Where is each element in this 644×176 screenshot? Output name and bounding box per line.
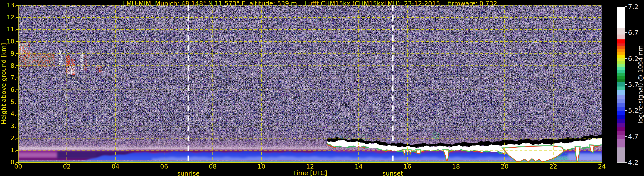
y-tick-label: 8. bbox=[0, 63, 16, 69]
y-tick-label: 4. bbox=[0, 111, 16, 117]
x-tick-mark bbox=[261, 162, 262, 164]
y-tick-mark bbox=[16, 138, 18, 139]
heatmap-canvas bbox=[18, 5, 602, 162]
colorbar-tick-label: 6.7 bbox=[628, 29, 644, 36]
y-tick-label: 5. bbox=[0, 99, 16, 105]
colorbar-gradient bbox=[617, 6, 625, 162]
x-tick-mark bbox=[456, 162, 456, 164]
y-tick-mark bbox=[16, 29, 18, 30]
y-tick-label: 11. bbox=[0, 26, 16, 33]
y-tick-mark bbox=[16, 41, 18, 42]
x-tick-mark bbox=[407, 162, 408, 164]
y-tick-mark bbox=[16, 65, 18, 66]
y-tick-mark bbox=[16, 114, 18, 114]
y-tick-mark bbox=[16, 53, 18, 54]
ceilometer-quicklook-figure: LMU-MIM, Munich; 48.148° N 11.573° E, al… bbox=[0, 0, 644, 176]
y-tick-label: 2. bbox=[0, 135, 16, 142]
y-tick-label: 3. bbox=[0, 123, 16, 129]
y-tick-mark bbox=[16, 78, 18, 78]
y-tick-label: 1. bbox=[0, 147, 16, 153]
colorbar-tick-mark bbox=[625, 110, 627, 111]
colorbar bbox=[617, 6, 625, 163]
x-tick-mark bbox=[212, 162, 213, 164]
y-tick-mark bbox=[16, 17, 18, 18]
x-tick-mark bbox=[18, 162, 18, 164]
colorbar-tick-mark bbox=[625, 58, 627, 59]
x-tick-mark bbox=[115, 162, 116, 164]
x-axis-label: Time [UTC] bbox=[18, 170, 602, 176]
y-tick-label: 12. bbox=[0, 14, 16, 21]
colorbar-tick-mark bbox=[625, 162, 627, 163]
y-tick-label: 10. bbox=[0, 38, 16, 45]
y-tick-mark bbox=[16, 102, 18, 102]
x-tick-mark bbox=[602, 162, 602, 164]
x-tick-mark bbox=[164, 162, 164, 164]
x-tick-mark bbox=[358, 162, 359, 164]
y-tick-mark bbox=[16, 5, 18, 6]
colorbar-tick-label: 7.2 bbox=[628, 3, 644, 10]
x-tick-mark bbox=[310, 162, 310, 164]
colorbar-tick-mark bbox=[625, 136, 627, 137]
x-tick-mark bbox=[553, 162, 554, 164]
y-tick-mark bbox=[16, 150, 18, 151]
plot-area bbox=[18, 5, 602, 163]
x-tick-mark bbox=[66, 162, 67, 164]
colorbar-tick-label: 4.2 bbox=[628, 159, 644, 166]
sunrise-annotation: sunrise bbox=[156, 170, 220, 176]
x-tick-mark bbox=[504, 162, 505, 164]
y-tick-label: 13. bbox=[0, 2, 16, 8]
y-tick-mark bbox=[16, 89, 18, 90]
colorbar-tick-label: 4.7 bbox=[628, 133, 644, 140]
colorbar-tick-mark bbox=[625, 6, 627, 7]
colorbar-label: log(rc-signal) @ 1064 nm bbox=[637, 45, 644, 123]
colorbar-tick-mark bbox=[625, 84, 627, 85]
sunset-annotation: sunset bbox=[360, 170, 425, 176]
y-tick-label: 7. bbox=[0, 75, 16, 81]
y-tick-label: 6. bbox=[0, 87, 16, 93]
y-tick-label: 9. bbox=[0, 51, 16, 57]
colorbar-tick-mark bbox=[625, 32, 627, 33]
y-tick-mark bbox=[16, 126, 18, 126]
